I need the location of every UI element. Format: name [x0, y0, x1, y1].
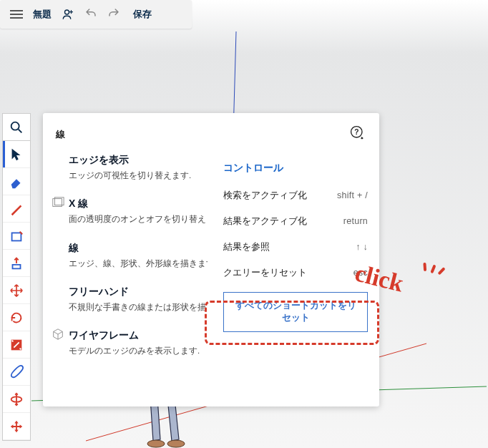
search-panel-title: 線 — [56, 128, 65, 141]
add-user-icon[interactable] — [62, 8, 74, 21]
svg-rect-8 — [12, 233, 21, 240]
control-label: 結果を参照 — [223, 240, 270, 253]
help-icon[interactable]: ? — [349, 125, 366, 144]
control-label: クエリーをリセット — [223, 266, 307, 279]
top-toolbar: 無題 保存 — [0, 0, 192, 29]
line-tool-icon[interactable] — [3, 195, 30, 223]
left-toolbar — [2, 113, 31, 441]
svg-line-7 — [19, 129, 22, 132]
xray-icon — [52, 196, 64, 209]
svg-point-5 — [65, 10, 69, 14]
svg-text:?: ? — [354, 128, 358, 136]
svg-point-4 — [167, 440, 185, 447]
controls-panel: コントロール 検索をアクティブ化 shift + / 結果をアクティブ化 ret… — [208, 150, 379, 349]
control-shortcut: return — [343, 216, 368, 226]
reset-shortcuts-button[interactable]: すべてのショートカットをリセット — [223, 292, 368, 332]
push-pull-tool-icon[interactable] — [3, 250, 30, 277]
select-tool-icon[interactable] — [3, 141, 30, 168]
control-row: 結果を参照 ↑ ↓ — [223, 240, 368, 253]
control-row: クエリーをリセット esc — [223, 266, 368, 279]
scale-tool-icon[interactable] — [3, 331, 30, 359]
wireframe-icon — [52, 328, 64, 341]
control-label: 検索をアクティブ化 — [223, 189, 307, 202]
control-shortcut: shift + / — [337, 190, 368, 200]
control-label: 結果をアクティブ化 — [223, 215, 307, 228]
pan-tool-icon[interactable] — [3, 413, 30, 440]
rotate-tool-icon[interactable] — [3, 304, 30, 331]
save-button[interactable]: 保存 — [133, 8, 152, 21]
eraser-tool-icon[interactable] — [3, 168, 30, 195]
svg-point-3 — [147, 440, 165, 447]
document-title: 無題 — [33, 8, 52, 21]
search-tool-icon[interactable] — [3, 114, 30, 141]
svg-point-6 — [11, 122, 19, 130]
control-shortcut: esc — [353, 268, 368, 278]
move-tool-icon[interactable] — [3, 277, 30, 304]
control-row: 検索をアクティブ化 shift + / — [223, 189, 368, 202]
tape-measure-tool-icon[interactable] — [3, 359, 30, 386]
control-row: 結果をアクティブ化 return — [223, 215, 368, 228]
undo-icon[interactable] — [84, 7, 97, 22]
control-shortcut: ↑ ↓ — [356, 242, 368, 252]
menu-icon[interactable] — [10, 10, 23, 19]
redo-icon[interactable] — [107, 7, 120, 22]
controls-title: コントロール — [223, 162, 368, 175]
rectangle-tool-icon[interactable] — [3, 223, 30, 250]
orbit-tool-icon[interactable] — [3, 386, 30, 413]
